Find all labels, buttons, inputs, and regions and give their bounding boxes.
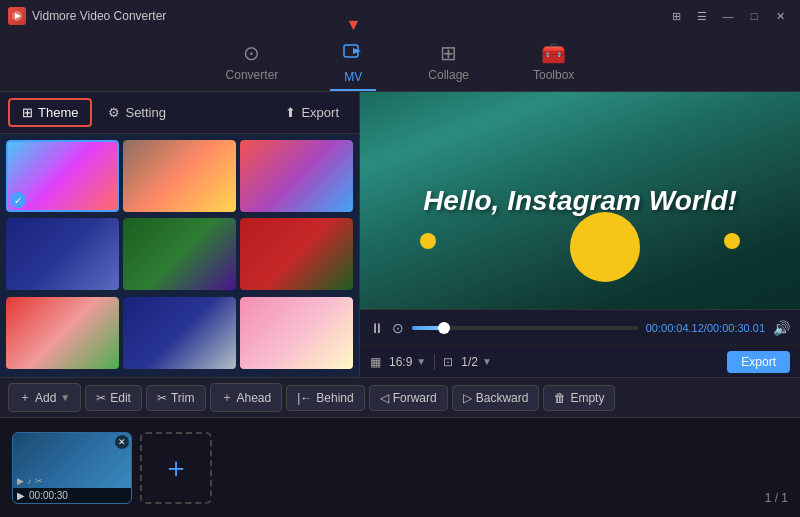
nav-toolbox[interactable]: 🧰 Toolbox: [521, 35, 586, 88]
nav-toolbox-label: Toolbox: [533, 68, 574, 82]
backward-label: Backward: [476, 391, 529, 405]
volume-icon[interactable]: 🔊: [773, 320, 790, 336]
clip-play-icon: ▶: [17, 476, 24, 486]
app-icon: [8, 7, 26, 25]
setting-icon: ⚙: [108, 105, 120, 120]
maximize-btn[interactable]: □: [742, 6, 766, 26]
behind-icon: |←: [297, 391, 312, 405]
ratio-dropdown-icon: ▼: [416, 356, 426, 367]
theme-item-stripes-waves[interactable]: Stripes & Waves: [240, 297, 353, 371]
nav-mv-label: MV: [344, 70, 362, 84]
backward-icon: ▷: [463, 391, 472, 405]
ahead-button[interactable]: ＋ Ahead: [210, 383, 283, 412]
tab-theme[interactable]: ⊞ Theme: [8, 98, 92, 127]
yellow-circle-small-right: [724, 233, 740, 249]
clip-cut-icon: ✂: [35, 476, 43, 486]
export-icon: ⬆: [285, 105, 296, 120]
bottom-toolbar: ＋ Add ▼ ✂ Edit ✂ Trim ＋ Ahead |← Behind …: [0, 377, 800, 417]
edit-label: Edit: [110, 391, 131, 405]
behind-label: Behind: [316, 391, 353, 405]
theme-item-current[interactable]: ✓Current: [6, 140, 119, 214]
theme-label-current: Current: [6, 212, 119, 214]
theme-item-santa-claus[interactable]: Santa Claus: [6, 297, 119, 371]
theme-thumb-happy: [240, 140, 353, 212]
backward-button[interactable]: ▷ Backward: [452, 385, 540, 411]
top-nav: ⊙ Converter ▼ MV ⊞ Collage 🧰 Toolbox: [0, 32, 800, 92]
edit-icon: ✂: [96, 391, 106, 405]
title-bar-controls: ⊞ ☰ — □ ✕: [664, 6, 792, 26]
tab-setting[interactable]: ⚙ Setting: [96, 100, 177, 125]
progress-bar[interactable]: [412, 326, 638, 330]
nav-converter[interactable]: ⊙ Converter: [214, 35, 291, 88]
tiles-btn[interactable]: ⊞: [664, 6, 688, 26]
theme-grid: ✓CurrentNeatHappyChicChristmas EveMerry …: [0, 134, 359, 377]
ahead-label: Ahead: [237, 391, 272, 405]
add-clip-button[interactable]: ＋: [140, 432, 212, 504]
close-btn[interactable]: ✕: [768, 6, 792, 26]
forward-button[interactable]: ◁ Forward: [369, 385, 448, 411]
edit-button[interactable]: ✂ Edit: [85, 385, 142, 411]
theme-item-merry-christmas[interactable]: Merry Christmas: [240, 218, 353, 292]
trim-icon: ✂: [157, 391, 167, 405]
quality-icon: ⊡: [443, 355, 453, 369]
left-panel: ⊞ Theme ⚙ Setting ⬆ Export ✓CurrentNeatH…: [0, 92, 360, 377]
forward-icon: ◁: [380, 391, 389, 405]
aspect-ratio-icon: ▦: [370, 355, 381, 369]
clip-duration: ▶ 00:00:30: [13, 488, 131, 503]
theme-item-snowy-night[interactable]: Snowy Night: [123, 297, 236, 371]
theme-label-snowy-night: Snowy Night: [123, 369, 236, 371]
empty-button[interactable]: 🗑 Empty: [543, 385, 615, 411]
sub-tabs: ⊞ Theme ⚙ Setting ⬆ Export: [0, 92, 359, 134]
theme-item-happy[interactable]: Happy: [240, 140, 353, 214]
clip-duration-icon: ▶: [17, 490, 25, 501]
yellow-circle-large: [570, 212, 640, 282]
yellow-circle-small-left: [420, 233, 436, 249]
theme-thumb-christmas-eve: [123, 218, 236, 290]
active-arrow: ▼: [345, 16, 361, 34]
minimize-btn[interactable]: —: [716, 6, 740, 26]
video-preview: Hello, Instagram World!: [360, 92, 800, 309]
theme-thumb-chic: [6, 218, 119, 290]
add-label: Add: [35, 391, 56, 405]
trim-button[interactable]: ✂ Trim: [146, 385, 206, 411]
title-bar-left: Vidmore Video Converter: [8, 7, 166, 25]
theme-label-chic: Chic: [6, 290, 119, 292]
quality-selector[interactable]: 1/2 ▼: [461, 355, 492, 369]
add-dropdown-icon: ▼: [60, 392, 70, 403]
stop-btn[interactable]: ⊙: [392, 320, 404, 336]
trim-label: Trim: [171, 391, 195, 405]
behind-button[interactable]: |← Behind: [286, 385, 365, 411]
clip-music-icon: ♪: [27, 476, 32, 486]
theme-item-neat[interactable]: Neat: [123, 140, 236, 214]
controls-divider: [434, 354, 435, 370]
ratio-selector[interactable]: 16:9 ▼: [389, 355, 426, 369]
empty-icon: 🗑: [554, 391, 566, 405]
tab-setting-label: Setting: [125, 105, 165, 120]
theme-thumb-snowy-night: [123, 297, 236, 369]
tab-export[interactable]: ⬆ Export: [273, 100, 351, 125]
nav-mv[interactable]: ▼ MV: [330, 34, 376, 90]
theme-label-christmas-eve: Christmas Eve: [123, 290, 236, 292]
tab-theme-label: Theme: [38, 105, 78, 120]
converter-icon: ⊙: [243, 41, 260, 65]
export-button[interactable]: Export: [727, 351, 790, 373]
clip-close-btn[interactable]: ✕: [115, 435, 129, 449]
theme-thumb-neat: [123, 140, 236, 212]
timeline: ✕ ▶ ♪ ✂ ▶ 00:00:30 ＋ 1 / 1: [0, 417, 800, 517]
quality-label: 1/2: [461, 355, 478, 369]
collage-icon: ⊞: [440, 41, 457, 65]
mv-icon: [342, 40, 364, 67]
nav-collage[interactable]: ⊞ Collage: [416, 35, 481, 88]
timeline-clip: ✕ ▶ ♪ ✂ ▶ 00:00:30: [12, 432, 132, 504]
app-title: Vidmore Video Converter: [32, 9, 166, 23]
theme-thumb-merry-christmas: [240, 218, 353, 290]
video-controls: ⏸ ⊙ 00:00:04.12/00:00:30.01 🔊: [360, 309, 800, 345]
svg-marker-3: [353, 48, 361, 54]
theme-icon: ⊞: [22, 105, 33, 120]
add-button[interactable]: ＋ Add ▼: [8, 383, 81, 412]
play-pause-btn[interactable]: ⏸: [370, 320, 384, 336]
menu-btn[interactable]: ☰: [690, 6, 714, 26]
theme-item-christmas-eve[interactable]: Christmas Eve: [123, 218, 236, 292]
progress-thumb: [438, 322, 450, 334]
theme-item-chic[interactable]: Chic: [6, 218, 119, 292]
